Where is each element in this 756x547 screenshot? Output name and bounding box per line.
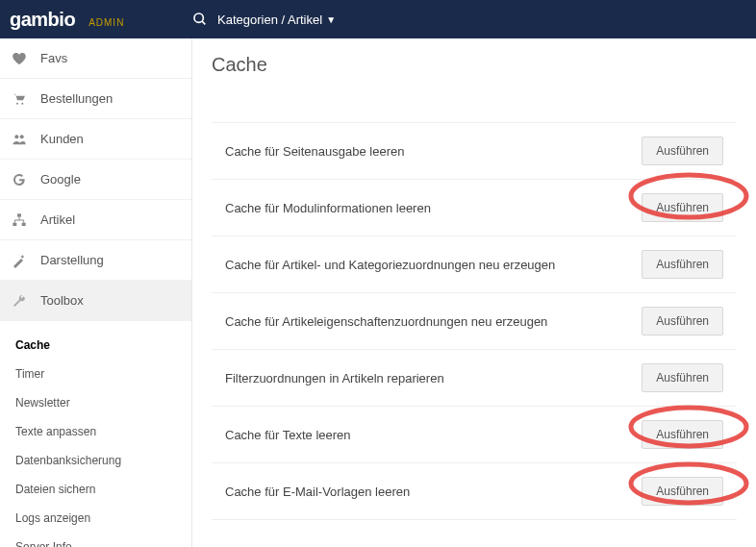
nav-label: Darstellung [40, 253, 104, 267]
nav-google[interactable]: Google [0, 160, 191, 200]
execute-button[interactable]: Ausführen [642, 137, 723, 165]
brand-logo: gambio [10, 9, 75, 31]
svg-rect-8 [22, 222, 26, 225]
brand-admin: ADMIN [88, 17, 124, 28]
row-label: Cache für Artikeleigenschaftenzuordnunge… [225, 314, 547, 329]
sub-nav: Cache Timer Newsletter Texte anpassen Da… [0, 321, 191, 547]
cache-row-page-output: Cache für Seitenausgabe leeren Ausführen [212, 122, 737, 180]
subnav-texte[interactable]: Texte anpassen [0, 417, 191, 446]
row-label: Cache für Modulinformationen leeren [225, 201, 431, 215]
subnav-dbsave[interactable]: Datenbanksicherung [0, 446, 191, 475]
category-selector[interactable]: Kategorien / Artikel ▼ [192, 12, 336, 27]
topbar: gambio ADMIN Kategorien / Artikel ▼ [0, 0, 756, 38]
svg-rect-6 [17, 213, 21, 216]
execute-button[interactable]: Ausführen [642, 250, 723, 279]
svg-point-2 [16, 102, 18, 104]
execute-button[interactable]: Ausführen [642, 420, 723, 449]
wrench-icon [12, 293, 27, 309]
nav-label: Kunden [40, 132, 84, 146]
subnav-cache[interactable]: Cache [0, 331, 191, 360]
google-icon [12, 172, 27, 187]
row-label: Filterzuordnungen in Artikeln reparieren [225, 371, 444, 385]
nav-label: Toolbox [40, 293, 84, 308]
sitemap-icon [12, 212, 27, 228]
row-label: Cache für Texte leeren [225, 428, 351, 442]
cache-row-article-properties: Cache für Artikeleigenschaftenzuordnunge… [212, 293, 737, 350]
execute-button[interactable]: Ausführen [642, 193, 723, 222]
cart-icon [12, 91, 27, 107]
users-icon [12, 132, 27, 147]
subnav-timer[interactable]: Timer [0, 360, 191, 388]
brand: gambio ADMIN [10, 9, 192, 31]
execute-button[interactable]: Ausführen [642, 363, 723, 392]
nav-customers[interactable]: Kunden [0, 119, 191, 160]
cache-row-article-categories: Cache für Artikel- und Kategoriezuordnun… [212, 236, 737, 293]
nav-label: Artikel [40, 212, 75, 227]
svg-point-4 [14, 135, 18, 138]
svg-point-5 [20, 135, 24, 138]
category-selector-label: Kategorien / Artikel [217, 12, 322, 27]
execute-button[interactable]: Ausführen [642, 307, 723, 336]
subnav-logs[interactable]: Logs anzeigen [0, 504, 191, 533]
nav-label: Bestellungen [40, 91, 113, 106]
nav-design[interactable]: Darstellung [0, 240, 191, 281]
cache-row-module-info: Cache für Modulinformationen leeren Ausf… [212, 180, 737, 236]
svg-point-0 [194, 13, 203, 22]
cache-row-texts: Cache für Texte leeren Ausführen [212, 407, 737, 463]
nav-orders[interactable]: Bestellungen [0, 79, 191, 119]
nav-articles[interactable]: Artikel [0, 200, 191, 240]
row-label: Cache für E-Mail-Vorlagen leeren [225, 485, 410, 499]
row-label: Cache für Artikel- und Kategoriezuordnun… [225, 258, 555, 272]
page-title: Cache [212, 54, 737, 76]
main-content: Cache Cache für Seitenausgabe leeren Aus… [192, 38, 756, 547]
execute-button[interactable]: Ausführen [642, 477, 723, 506]
nav-toolbox[interactable]: Toolbox [0, 281, 191, 321]
search-icon [192, 12, 208, 27]
subnav-newsletter[interactable]: Newsletter [0, 388, 191, 417]
svg-rect-7 [13, 222, 16, 225]
nav-label: Favs [40, 51, 67, 65]
cache-row-filter-repair: Filterzuordnungen in Artikeln reparieren… [212, 350, 737, 407]
nav-label: Google [40, 172, 81, 186]
subnav-server[interactable]: Server Info [0, 533, 191, 547]
dropdown-caret-icon: ▼ [326, 14, 336, 25]
magic-icon [12, 253, 27, 268]
row-label: Cache für Seitenausgabe leeren [225, 144, 404, 159]
subnav-files[interactable]: Dateien sichern [0, 475, 191, 504]
nav-favs[interactable]: Favs [0, 38, 191, 79]
svg-point-3 [21, 102, 23, 104]
cache-row-email-templates: Cache für E-Mail-Vorlagen leeren Ausführ… [212, 463, 737, 520]
sidebar: Favs Bestellungen Kunden Google Artikel … [0, 38, 192, 547]
svg-line-1 [202, 21, 205, 24]
heart-icon [12, 51, 27, 66]
